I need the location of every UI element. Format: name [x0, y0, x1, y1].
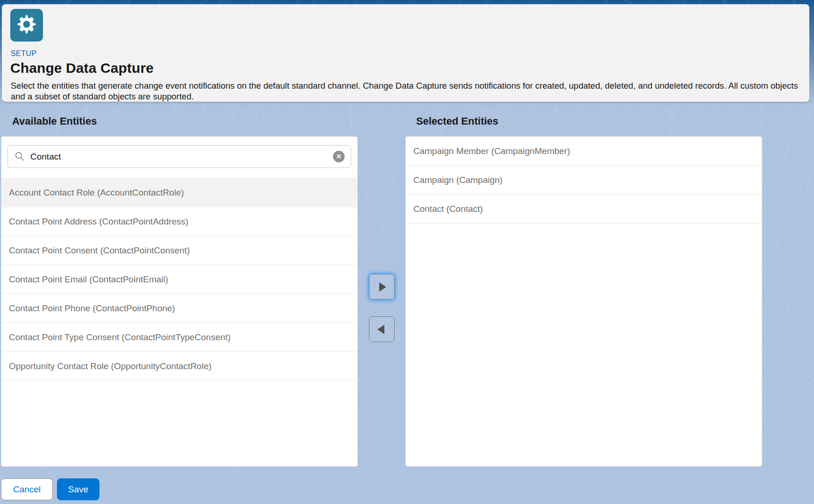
right-arrow-icon — [379, 282, 386, 292]
setup-tile — [10, 9, 43, 42]
available-entity-row[interactable]: Opportunity Contact Role (OpportunityCon… — [1, 352, 357, 381]
available-entity-row[interactable]: Contact Point Address (ContactPointAddre… — [1, 207, 357, 236]
clear-search-button[interactable]: ✕ — [333, 151, 345, 162]
selected-entities-list: Campaign Member (CampaignMember) Campaig… — [406, 137, 762, 224]
search-box: ✕ — [7, 145, 351, 168]
left-arrow-icon — [377, 325, 384, 334]
available-entity-row[interactable]: Contact Point Consent (ContactPointConse… — [1, 236, 357, 265]
save-button[interactable]: Save — [57, 478, 99, 500]
selected-entities-panel: Campaign Member (CampaignMember) Campaig… — [405, 136, 762, 467]
move-to-selected-button[interactable] — [369, 274, 395, 300]
move-to-available-button[interactable] — [369, 316, 395, 342]
available-entity-row[interactable]: Contact Point Phone (ContactPointPhone) — [1, 294, 357, 323]
setup-eyebrow: SETUP — [11, 49, 36, 58]
close-icon: ✕ — [336, 153, 342, 160]
page-description: Select the entities that generate change… — [11, 80, 801, 102]
available-entity-row[interactable]: Contact Point Email (ContactPointEmail) — [1, 265, 357, 294]
available-entity-row[interactable]: Contact Point Type Consent (ContactPoint… — [1, 323, 357, 352]
available-entities-list: Account Contact Role (AccountContactRole… — [1, 178, 357, 381]
selected-entity-row[interactable]: Campaign Member (CampaignMember) — [406, 137, 762, 166]
selected-entity-row[interactable]: Campaign (Campaign) — [406, 166, 762, 195]
available-entity-row[interactable]: Account Contact Role (AccountContactRole… — [1, 178, 357, 207]
page-title: Change Data Capture — [10, 60, 154, 76]
selected-entities-heading: Selected Entities — [416, 115, 498, 127]
entity-search-input[interactable] — [7, 145, 351, 168]
gear-icon — [16, 14, 37, 37]
available-entities-panel: ✕ Account Contact Role (AccountContactRo… — [1, 136, 358, 467]
selected-entity-row[interactable]: Contact (Contact) — [406, 195, 762, 224]
available-entities-heading: Available Entities — [12, 115, 97, 127]
change-data-capture-page: SETUP Change Data Capture Select the ent… — [0, 0, 814, 504]
header-card: SETUP Change Data Capture Select the ent… — [2, 4, 809, 102]
cancel-button[interactable]: Cancel — [1, 478, 53, 500]
